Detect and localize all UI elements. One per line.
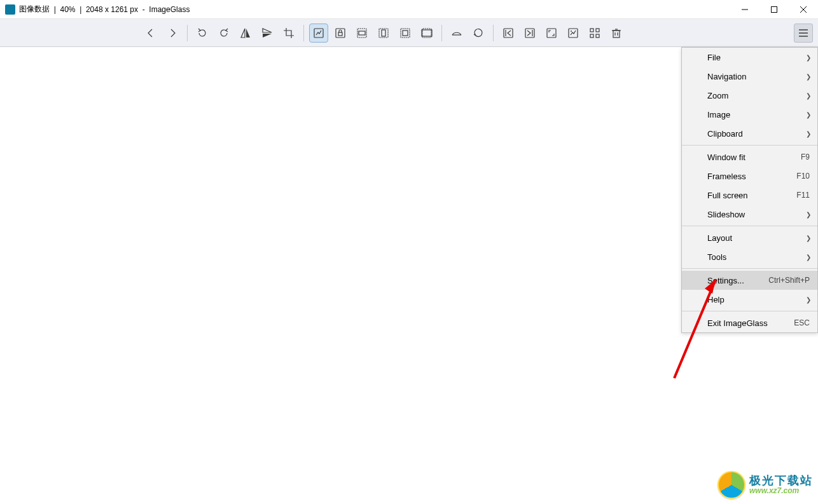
menu-item-tools[interactable]: Tools❯ (682, 247, 817, 266)
rotate-ccw-button[interactable] (193, 24, 212, 43)
chevron-right-icon: ❯ (806, 54, 811, 61)
menu-item-navigation[interactable]: Navigation❯ (682, 67, 817, 86)
menu-item-zoom[interactable]: Zoom❯ (682, 86, 817, 105)
window-controls (730, 0, 818, 18)
title-appname: ImageGlass (149, 5, 190, 14)
actual-size-button[interactable] (564, 24, 583, 43)
menu-item-file[interactable]: File❯ (682, 48, 817, 67)
menu-item-image[interactable]: Image❯ (682, 105, 817, 124)
scale-to-width-button[interactable] (352, 24, 371, 43)
menu-item-label: Help (707, 295, 810, 304)
maximize-button[interactable] (759, 0, 789, 18)
thumbnail-button[interactable] (585, 24, 604, 43)
watermark-url: www.xz7.com (749, 487, 813, 495)
watermark-logo-icon (717, 471, 745, 499)
title-filename: 图像数据 (19, 4, 50, 15)
svg-rect-28 (590, 34, 593, 37)
svg-marker-7 (263, 34, 272, 37)
menu-item-frameless[interactable]: FramelessF10 (682, 167, 817, 186)
toolbar (0, 19, 818, 47)
menu-item-label: Clipboard (707, 129, 810, 139)
svg-rect-23 (547, 29, 556, 37)
menu-item-shortcut: Ctrl+Shift+P (768, 276, 810, 285)
thumbnail-icon (588, 27, 601, 39)
svg-rect-18 (422, 30, 432, 36)
chevron-right-icon: ❯ (806, 235, 811, 242)
goto-first-button[interactable] (499, 24, 518, 43)
chevron-right-icon: ❯ (806, 211, 811, 218)
titlebar: 图像数据 | 40% | 2048 x 1261 px - ImageGlass (0, 0, 818, 19)
crop-button[interactable] (279, 24, 298, 43)
title-zoom: 40% (60, 5, 75, 14)
menu-item-exit-imageglass[interactable]: Exit ImageGlassESC (682, 313, 817, 332)
minimize-button[interactable] (730, 0, 759, 18)
svg-marker-4 (241, 29, 245, 37)
window-fit-icon (545, 27, 558, 39)
menu-item-shortcut: F9 (801, 153, 810, 161)
window-fit-button[interactable] (542, 24, 561, 43)
scale-to-height-button[interactable] (374, 24, 393, 43)
scale-fit-icon (399, 27, 412, 39)
chevron-right-icon: ❯ (806, 254, 811, 261)
svg-marker-6 (263, 29, 272, 32)
menu-item-window-fit[interactable]: Window fitF9 (682, 147, 817, 167)
menu-item-label: Window fit (707, 153, 801, 162)
menu-item-label: Exit ImageGlass (707, 318, 794, 328)
scale-to-fill-button[interactable] (417, 24, 436, 43)
menu-item-slideshow[interactable]: Slideshow❯ (682, 205, 817, 224)
menu-separator (682, 226, 817, 226)
menu-item-label: File (707, 53, 810, 62)
lock-zoom-button[interactable] (331, 24, 350, 43)
flip-h-icon (239, 27, 252, 39)
rotate-cw-button[interactable] (214, 24, 233, 43)
flip-h-button[interactable] (236, 24, 255, 43)
svg-rect-29 (596, 34, 599, 37)
svg-point-25 (571, 31, 572, 32)
menu-item-layout[interactable]: Layout❯ (682, 228, 817, 247)
rotate-cw-icon (218, 27, 230, 39)
main-menu-button[interactable] (794, 24, 813, 43)
flip-v-button[interactable] (258, 24, 277, 43)
svg-rect-15 (401, 29, 410, 37)
open-file-button[interactable] (447, 24, 466, 43)
lock-icon (334, 27, 347, 39)
watermark: 极光下载站 www.xz7.com (717, 471, 813, 499)
menu-item-label: Zoom (707, 91, 810, 100)
svg-rect-10 (338, 32, 342, 36)
menu-separator (682, 311, 817, 311)
crop-icon (282, 27, 295, 39)
menu-item-full-screen[interactable]: Full screenF11 (682, 186, 817, 205)
menu-separator (682, 268, 817, 269)
menu-item-help[interactable]: Help❯ (682, 290, 817, 309)
goto-last-icon (523, 27, 536, 39)
auto-zoom-button[interactable] (309, 24, 328, 43)
menu-item-settings[interactable]: Settings...Ctrl+Shift+P (682, 271, 817, 290)
chevron-right-icon (166, 27, 179, 39)
scale-to-fit-button[interactable] (396, 24, 415, 43)
menu-item-label: Navigation (707, 72, 810, 81)
next-button[interactable] (163, 24, 182, 43)
menu-item-label: Slideshow (707, 210, 810, 219)
svg-rect-27 (596, 29, 599, 32)
menu-item-clipboard[interactable]: Clipboard❯ (682, 124, 817, 143)
svg-rect-14 (382, 30, 385, 36)
close-button[interactable] (789, 0, 818, 18)
svg-rect-30 (613, 31, 620, 37)
chevron-right-icon: ❯ (806, 111, 811, 118)
prev-button[interactable] (141, 24, 160, 43)
menu-item-label: Full screen (707, 191, 796, 200)
refresh-button[interactable] (469, 24, 488, 43)
delete-button[interactable] (607, 24, 626, 43)
menu-item-shortcut: F10 (796, 172, 810, 180)
rotate-ccw-icon (196, 27, 209, 39)
refresh-icon (472, 27, 485, 39)
title-dimensions: 2048 x 1261 px (86, 5, 138, 14)
toolbar-separator (303, 25, 304, 41)
menu-item-label: Image (707, 110, 810, 119)
scale-width-icon (356, 27, 368, 39)
scale-height-icon (377, 27, 390, 39)
svg-marker-5 (246, 29, 250, 37)
chevron-right-icon: ❯ (806, 92, 811, 99)
menu-item-label: Layout (707, 233, 810, 243)
goto-last-button[interactable] (520, 24, 539, 43)
